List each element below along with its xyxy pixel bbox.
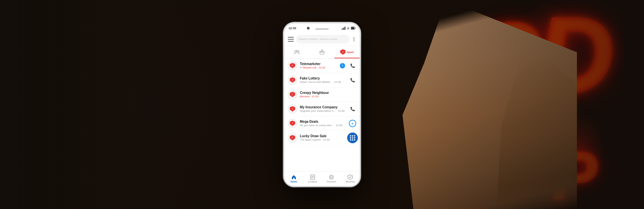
- contacts-nav-label: Contacts: [308, 180, 317, 183]
- notification-badge-telemarketer: i: [340, 63, 345, 68]
- more-options-button[interactable]: ⋮: [352, 37, 356, 42]
- tab-gift[interactable]: [310, 46, 335, 58]
- recent-tab-icon: [294, 50, 300, 54]
- fab-grid-icon: [347, 133, 358, 143]
- call-info-creepy-neighbour: Creepy Neighbour Blocked · 12:30: [300, 91, 356, 98]
- call-sub-creepy-neighbour: Blocked · 12:30: [300, 95, 356, 98]
- nav-item-home[interactable]: Home: [284, 171, 303, 186]
- phone-camera: [307, 27, 310, 30]
- phone-action-fake-lottery[interactable]: 📞: [349, 76, 356, 84]
- phone-wrapper: 12:30: [283, 22, 361, 187]
- call-name-fake-lottery: Fake Lottery: [300, 76, 346, 80]
- nav-item-premium[interactable]: Premium: [322, 171, 341, 186]
- call-list: ! Telemarketer ↩ Missed call · 12:30 i 📞: [284, 59, 360, 171]
- wifi-icon: [346, 27, 350, 30]
- menu-line-3: [288, 41, 294, 42]
- signal-bars-icon: [342, 27, 345, 30]
- blocking-nav-label: Blocking: [346, 180, 355, 183]
- premium-nav-label: Premium: [327, 180, 336, 183]
- bottom-nav: Home Contacts Premiu: [284, 171, 360, 186]
- phone-icon-fake-lottery: 📞: [350, 78, 355, 83]
- svg-point-4: [297, 50, 299, 52]
- spam-icon-mega-deals: !: [290, 121, 295, 126]
- add-action-mega-deals[interactable]: +: [349, 120, 356, 127]
- spam-tab-label: Spam: [346, 51, 354, 54]
- call-sub-lucky-draw: 744 spam reports · 12:30: [300, 138, 346, 141]
- call-item-telemarketer[interactable]: ! Telemarketer ↩ Missed call · 12:30 i 📞: [284, 59, 360, 73]
- call-name-insurance: My Insurance Company: [300, 105, 346, 109]
- spam-icon-insurance: !: [290, 106, 295, 112]
- call-item-insurance[interactable]: ! My Insurance Company Upgrade your subs…: [284, 102, 360, 116]
- contacts-nav-icon: [310, 174, 315, 180]
- call-sub-fake-lottery: Wow!! You've won $3000... · 12:30: [300, 81, 346, 84]
- call-info-lucky-draw: Lucky Draw Sale 744 spam reports · 12:30: [300, 134, 346, 141]
- signal-bar-3: [344, 27, 344, 30]
- svg-rect-2: [351, 27, 354, 29]
- status-icons: [342, 27, 356, 30]
- call-avatar-insurance: !: [288, 104, 297, 114]
- call-name-mega-deals: Mega Deals: [300, 120, 346, 123]
- phone-speaker: [315, 28, 329, 30]
- call-sub-mega-deals: Hi! you have so many new... · 12:30: [300, 124, 346, 127]
- blocking-nav-icon: [347, 174, 353, 180]
- svg-point-3: [295, 50, 297, 52]
- spam-icon-lucky-draw: !: [290, 135, 295, 141]
- gift-tab-icon: [319, 49, 325, 55]
- spam-icon-exclaim: !: [342, 51, 343, 53]
- search-placeholder: Search numbers, names & more: [299, 38, 337, 41]
- call-avatar-telemarketer: !: [288, 61, 297, 70]
- top-bar: Search numbers, names & more ⋮: [284, 33, 360, 46]
- hamburger-menu-button[interactable]: [288, 37, 294, 42]
- call-avatar-fake-lottery: !: [288, 75, 297, 85]
- call-info-mega-deals: Mega Deals Hi! you have so many new... ·…: [300, 120, 346, 127]
- call-item-lucky-draw[interactable]: ! Lucky Draw Sale 744 spam reports · 12:…: [284, 131, 360, 145]
- svg-rect-1: [355, 28, 356, 29]
- svg-rect-6: [320, 52, 324, 54]
- tab-bar: ! Spam: [284, 46, 360, 59]
- call-info-insurance: My Insurance Company Upgrade your subscr…: [300, 105, 346, 112]
- app-content: Search numbers, names & more ⋮: [284, 33, 360, 186]
- call-info-fake-lottery: Fake Lottery Wow!! You've won $3000... ·…: [300, 76, 346, 84]
- call-name-creepy-neighbour: Creepy Neighbour: [300, 91, 356, 95]
- signal-bar-4: [345, 27, 345, 30]
- call-item-mega-deals[interactable]: ! Mega Deals Hi! you have so many new...…: [284, 116, 360, 131]
- phone-action-telemarketer[interactable]: 📞: [349, 62, 356, 69]
- battery-icon: [351, 27, 356, 30]
- spam-icon-telemarketer: !: [290, 63, 295, 68]
- call-info-telemarketer: Telemarketer ↩ Missed call · 12:30: [300, 62, 336, 69]
- signal-bar-2: [343, 28, 343, 30]
- call-sub-telemarketer: ↩ Missed call · 12:30: [300, 66, 336, 69]
- call-avatar-lucky-draw: !: [288, 133, 297, 143]
- premium-nav-icon: [329, 174, 334, 180]
- call-name-lucky-draw: Lucky Draw Sale: [300, 134, 346, 138]
- menu-line-2: [288, 39, 294, 40]
- call-item-fake-lottery[interactable]: ! Fake Lottery Wow!! You've won $3000...…: [284, 73, 360, 88]
- phone-action-insurance[interactable]: 📞: [349, 105, 356, 113]
- call-avatar-creepy-neighbour: !: [288, 90, 297, 99]
- phone-device: 12:30: [283, 22, 361, 187]
- signal-bar-1: [342, 29, 342, 30]
- phone-icon-telemarketer: 📞: [350, 63, 355, 68]
- menu-line-1: [288, 37, 294, 38]
- home-nav-label: Home: [290, 180, 297, 183]
- fab-grid-dots: [350, 135, 355, 141]
- status-time: 12:30: [288, 27, 296, 30]
- search-box[interactable]: Search numbers, names & more: [296, 35, 350, 44]
- nav-item-blocking[interactable]: Blocking: [341, 171, 360, 186]
- add-contact-icon-mega-deals: +: [349, 120, 356, 127]
- tab-recent[interactable]: [284, 46, 310, 58]
- call-item-creepy-neighbour[interactable]: ! Creepy Neighbour Blocked · 12:30: [284, 88, 360, 102]
- svg-point-11: [329, 175, 333, 179]
- phone-icon-insurance: 📞: [350, 107, 355, 111]
- call-action-telemarketer[interactable]: i: [339, 62, 346, 69]
- svg-point-12: [330, 176, 332, 178]
- call-avatar-mega-deals: !: [288, 119, 297, 128]
- tab-spam[interactable]: ! Spam: [334, 46, 360, 58]
- nav-item-contacts[interactable]: Contacts: [303, 171, 322, 186]
- spam-icon-fake-lottery: !: [290, 77, 295, 83]
- spam-tab-content: ! Spam: [340, 49, 354, 55]
- home-nav-icon: [291, 174, 297, 180]
- fab-action-lucky-draw[interactable]: [349, 134, 356, 142]
- spam-icon-creepy-neighbour: !: [290, 92, 295, 97]
- call-name-telemarketer: Telemarketer: [300, 62, 336, 66]
